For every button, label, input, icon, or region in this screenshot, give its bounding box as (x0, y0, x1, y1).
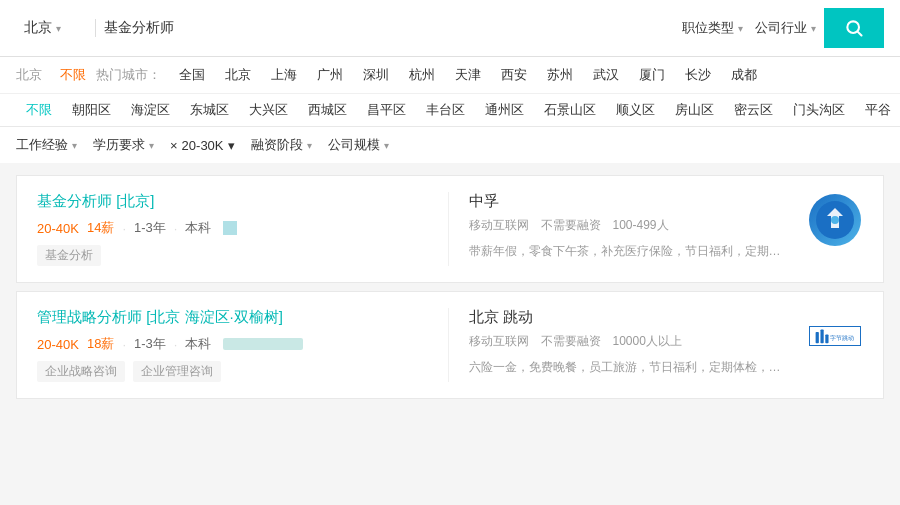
search-icon (844, 18, 864, 38)
company-name[interactable]: 中孚 (469, 192, 796, 211)
svg-line-1 (858, 32, 862, 36)
search-input[interactable] (104, 20, 674, 36)
district-shijingshan[interactable]: 石景山区 (534, 98, 606, 122)
district-filter-row: 不限 朝阳区 海淀区 东城区 大兴区 西城区 昌平区 丰台区 通州区 石景山区 … (0, 94, 900, 126)
highlight-bar (223, 338, 303, 350)
edu-filter[interactable]: 学历要求 ▾ (93, 133, 154, 157)
scale-filter-arrow: ▾ (384, 140, 389, 151)
city-filter-beijing[interactable]: 北京 (215, 63, 261, 87)
job-exp: 1-3年 (134, 335, 166, 353)
district-changping[interactable]: 昌平区 (357, 98, 416, 122)
job-edu: 本科 (185, 335, 211, 353)
job-tag-item: 基金分析 (37, 245, 101, 266)
district-haidian[interactable]: 海淀区 (121, 98, 180, 122)
company-scale: 100-499人 (613, 217, 669, 234)
city-filter-unlimited[interactable]: 不限 (50, 63, 96, 87)
company-funding: 不需要融资 (541, 333, 601, 350)
hot-cities-label: 热门城市： (96, 66, 161, 84)
district-xicheng[interactable]: 西城区 (298, 98, 357, 122)
industry-arrow: ▾ (811, 23, 816, 34)
job-right-panel: 北京 跳动 移动互联网 不需要融资 10000人以上 六险一金，免费晚餐，员工旅… (449, 308, 864, 382)
city-filter-shanghai[interactable]: 上海 (261, 63, 307, 87)
district-fengtai[interactable]: 丰台区 (416, 98, 475, 122)
job-tag-item: 企业管理咨询 (133, 361, 221, 382)
search-bar: 北京 ▾ 职位类型 ▾ 公司行业 ▾ (0, 0, 900, 57)
city-selector[interactable]: 北京 ▾ (16, 19, 96, 37)
job-tag-item: 企业战略咨询 (37, 361, 125, 382)
job-type-arrow: ▾ (738, 23, 743, 34)
city-filter-shenzhen[interactable]: 深圳 (353, 63, 399, 87)
stage-filter-arrow: ▾ (307, 140, 312, 151)
city-filter-suzhou[interactable]: 苏州 (537, 63, 583, 87)
company-industry: 移动互联网 (469, 333, 529, 350)
company-industry: 移动互联网 (469, 217, 529, 234)
company-welfare: 带薪年假，零食下午茶，补充医疗保险，节日福利，定期… (469, 242, 796, 261)
city-filter-guangzhou[interactable]: 广州 (307, 63, 353, 87)
job-type-filter[interactable]: 职位类型 ▾ (682, 19, 743, 37)
edu-filter-arrow: ▾ (149, 140, 154, 151)
company-info: 北京 跳动 移动互联网 不需要融资 10000人以上 六险一金，免费晚餐，员工旅… (469, 308, 796, 377)
salary-filter[interactable]: × 20-30K ▾ (170, 138, 235, 153)
main-content: 基金分析师 [北京] 20-40K 14薪 · 1-3年 · 本科 基金分析 中… (0, 163, 900, 411)
stage-filter-label: 融资阶段 (251, 136, 303, 154)
search-filters: 职位类型 ▾ 公司行业 ▾ (682, 19, 816, 37)
salary-filter-close[interactable]: × (170, 138, 178, 153)
district-dongcheng[interactable]: 东城区 (180, 98, 239, 122)
city-filter-tianjin[interactable]: 天津 (445, 63, 491, 87)
company-funding: 不需要融资 (541, 217, 601, 234)
district-chaoyang[interactable]: 朝阳区 (62, 98, 121, 122)
salary-filter-arrow: ▾ (228, 138, 235, 153)
zhongyu-logo-svg (815, 200, 855, 240)
search-button[interactable] (824, 8, 884, 48)
company-welfare: 六险一金，免费晚餐，员工旅游，节日福利，定期体检，… (469, 358, 796, 377)
svg-rect-5 (816, 332, 819, 343)
scale-filter-label: 公司规模 (328, 136, 380, 154)
stage-filter[interactable]: 融资阶段 ▾ (251, 133, 312, 157)
company-logo (807, 192, 863, 248)
district-unlimited[interactable]: 不限 (16, 98, 62, 122)
district-miyun[interactable]: 密云区 (724, 98, 783, 122)
city-filter-xian[interactable]: 西安 (491, 63, 537, 87)
city-filter-quanguo[interactable]: 全国 (169, 63, 215, 87)
job-title[interactable]: 管理战略分析师 [北京 海淀区·双榆树] (37, 308, 432, 327)
industry-label: 公司行业 (755, 19, 807, 37)
svg-rect-7 (825, 334, 828, 343)
company-logo: 字节跳动 (807, 308, 863, 364)
city-filter-xiamen[interactable]: 厦门 (629, 63, 675, 87)
company-logo-zhongyu (809, 194, 861, 246)
jietiao-logo-svg: 字节跳动 (814, 325, 856, 347)
city-filter-chengdu[interactable]: 成都 (721, 63, 767, 87)
company-name[interactable]: 北京 跳动 (469, 308, 796, 327)
city-filter-wuhan[interactable]: 武汉 (583, 63, 629, 87)
industry-filter[interactable]: 公司行业 ▾ (755, 19, 816, 37)
district-shunyi[interactable]: 顺义区 (606, 98, 665, 122)
job-exp: 1-3年 (134, 219, 166, 237)
job-card: 基金分析师 [北京] 20-40K 14薪 · 1-3年 · 本科 基金分析 中… (16, 175, 884, 283)
filter-section: 北京 不限 热门城市： 全国 北京 上海 广州 深圳 杭州 天津 西安 苏州 武… (0, 57, 900, 127)
svg-point-3 (831, 216, 839, 224)
job-tags: 基金分析 (37, 245, 432, 266)
salary-filter-label: 20-30K (182, 138, 224, 153)
exp-filter-arrow: ▾ (72, 140, 77, 151)
city-filter-changsha[interactable]: 长沙 (675, 63, 721, 87)
district-tongzhou[interactable]: 通州区 (475, 98, 534, 122)
job-salary: 20-40K (37, 337, 79, 352)
district-pinggu[interactable]: 平谷 (855, 98, 900, 122)
advanced-filter-row: 工作经验 ▾ 学历要求 ▾ × 20-30K ▾ 融资阶段 ▾ 公司规模 ▾ (0, 127, 900, 163)
job-left-panel: 管理战略分析师 [北京 海淀区·双榆树] 20-40K 18薪 · 1-3年 ·… (37, 308, 449, 382)
company-scale: 10000人以上 (613, 333, 682, 350)
exp-filter[interactable]: 工作经验 ▾ (16, 133, 77, 157)
job-left-panel: 基金分析师 [北京] 20-40K 14薪 · 1-3年 · 本科 基金分析 (37, 192, 449, 266)
job-card: 管理战略分析师 [北京 海淀区·双榆树] 20-40K 18薪 · 1-3年 ·… (16, 291, 884, 399)
job-title[interactable]: 基金分析师 [北京] (37, 192, 432, 211)
job-type-label: 职位类型 (682, 19, 734, 37)
job-list: 基金分析师 [北京] 20-40K 14薪 · 1-3年 · 本科 基金分析 中… (16, 175, 884, 399)
company-info: 中孚 移动互联网 不需要融资 100-499人 带薪年假，零食下午茶，补充医疗保… (469, 192, 796, 261)
city-filter-hangzhou[interactable]: 杭州 (399, 63, 445, 87)
scale-filter[interactable]: 公司规模 ▾ (328, 133, 389, 157)
city-arrow: ▾ (56, 23, 61, 34)
district-fangshan[interactable]: 房山区 (665, 98, 724, 122)
job-tags: 企业战略咨询 企业管理咨询 (37, 361, 432, 382)
district-mentougou[interactable]: 门头沟区 (783, 98, 855, 122)
district-daxing[interactable]: 大兴区 (239, 98, 298, 122)
